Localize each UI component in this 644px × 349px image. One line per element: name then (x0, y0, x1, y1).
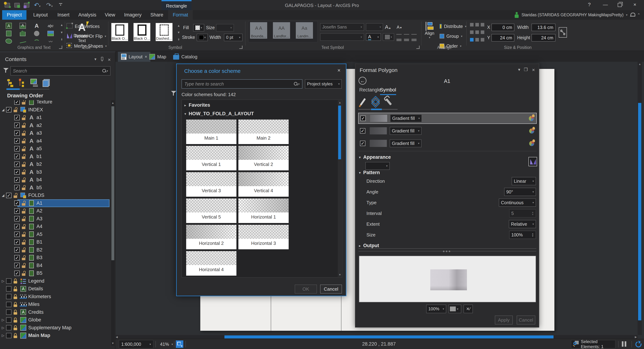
visibility-checkbox[interactable]: ✓ (14, 185, 20, 190)
lock-icon[interactable] (13, 293, 18, 300)
tree-row-a1[interactable]: ✓ A a1 (0, 114, 110, 121)
font-size-dropdown[interactable]: ▾ (366, 23, 383, 31)
tab-map[interactable]: Map (146, 52, 170, 62)
lock-icon[interactable] (21, 224, 26, 230)
tree-row-b5[interactable]: ✓ A b5 (0, 184, 110, 191)
A-graphic-icon[interactable]: A (30, 22, 43, 29)
tree-row-b3[interactable]: ✓ B3 (0, 254, 110, 261)
rotate-or-flip-button[interactable]: Rotate Or Flip▾ (66, 32, 108, 40)
ribbon-tab-layout[interactable]: Layout (28, 10, 52, 20)
tree-row-folds[interactable]: ◢ ✓ FOLDS (0, 191, 110, 199)
expand-icon[interactable]: ◢ (0, 193, 6, 197)
tree-row-b1[interactable]: ✓ A b1 (0, 153, 110, 160)
visibility-checkbox[interactable] (6, 309, 12, 315)
group-button[interactable]: Group▾ (440, 32, 466, 40)
view-element-type-button[interactable] (18, 79, 28, 88)
symbol-gallery-item[interactable]: Dashed... (156, 23, 172, 41)
preview-background-dropdown[interactable]: ▾ (448, 305, 461, 313)
tree-row-a3[interactable]: ✓ A3 (0, 215, 110, 223)
width-input[interactable]: 13.6 cm (532, 24, 556, 31)
layout-vertical-scrollbar[interactable]: ▲ (638, 62, 642, 335)
tree-row-a1[interactable]: ✓ A1 (0, 199, 110, 207)
layout-vertical-scrollbar-thumb[interactable] (638, 103, 641, 320)
visibility-checkbox[interactable]: ✓ (14, 177, 20, 183)
visibility-checkbox[interactable]: ✓ (14, 162, 20, 167)
selected-elements-badge[interactable]: Selected Elements: 1 (571, 340, 616, 348)
tree-row-b1[interactable]: ✓ B1 (0, 238, 110, 246)
preview-zoom-dropdown[interactable]: 100%▾ (426, 305, 446, 313)
visibility-checkbox[interactable]: ✓ (14, 154, 20, 159)
text-symbol-dialog-launcher-icon[interactable] (416, 46, 420, 49)
ribbon-tab-analysis[interactable]: Analysis (74, 10, 101, 20)
tree-row-a3[interactable]: ✓ A a3 (0, 129, 110, 137)
lock-icon[interactable] (13, 309, 18, 315)
tree-row-a5[interactable]: ✓ A5 (0, 230, 110, 238)
tree-row-b2[interactable]: ✓ A b2 (0, 160, 110, 168)
scheme-list-scrollbar-thumb[interactable] (338, 106, 341, 159)
align-button[interactable]: Align▾ (423, 22, 436, 39)
lock-icon[interactable] (21, 200, 26, 206)
dialog-close-icon[interactable]: × (337, 67, 340, 73)
tree-row-a2[interactable]: ✓ A a2 (0, 122, 110, 129)
text-style-dropdown[interactable]: ▾ (320, 33, 364, 41)
color-lock-icon[interactable] (528, 115, 534, 122)
tree-row-a2[interactable]: ✓ A2 (0, 207, 110, 215)
lock-icon[interactable] (21, 255, 26, 261)
tree-row-b2[interactable]: ✓ B2 (0, 246, 110, 254)
lock-icon[interactable] (21, 146, 26, 152)
layout-horizontal-scrollbar-thumb[interactable] (224, 335, 554, 338)
lock-icon[interactable] (21, 208, 26, 214)
preview-overlay-toggle[interactable]: ✕⁄ (464, 305, 473, 313)
tree-row-miles[interactable]: Miles (0, 300, 110, 308)
pause-drawing-button[interactable] (622, 341, 628, 347)
align-center-icon[interactable] (404, 34, 409, 39)
expand-icon[interactable]: ◢ (0, 108, 6, 112)
layer-checkbox[interactable]: ✓ (360, 141, 365, 146)
tree-row-a5[interactable]: ✓ A a5 (0, 145, 110, 153)
visibility-checkbox[interactable]: ✓ (14, 255, 20, 260)
appearance-section-header[interactable]: ▾Appearance (359, 154, 391, 160)
ribbon-tab-imagery[interactable]: Imagery (120, 10, 146, 20)
minimize-button[interactable]: — (600, 2, 611, 8)
redo-button[interactable]: ↷▾ (46, 2, 53, 8)
new-project-icon[interactable] (4, 2, 11, 8)
visibility-checkbox[interactable]: ✓ (14, 200, 20, 206)
layer-type-dropdown[interactable]: Gradient fill▾ (390, 127, 422, 135)
scheme-horizontal-4[interactable]: Horizontal 4 (186, 251, 236, 276)
color-lock-icon[interactable] (529, 140, 535, 147)
pattern-section-header[interactable]: ▾Pattern (359, 170, 380, 175)
pattern-row-control[interactable]: 100%▲▼ (509, 231, 536, 239)
view-page-gallery-button[interactable] (42, 79, 52, 88)
lock-icon[interactable] (13, 332, 18, 339)
tree-row-index[interactable]: ◢ ✓ INDEX (0, 106, 110, 114)
lock-icon[interactable] (21, 169, 26, 175)
tab-rectangle[interactable]: Rectangle (359, 87, 381, 94)
lock-icon[interactable] (21, 115, 26, 121)
layer-checkbox[interactable]: ✓ (360, 128, 365, 134)
symbol-gallery-down-icon[interactable]: ▼ (176, 31, 181, 34)
appearance-scheme-dropdown[interactable]: ▾ (365, 162, 390, 170)
poly-graphic-icon[interactable] (16, 30, 29, 37)
visibility-checkbox[interactable] (6, 294, 12, 299)
text-symbol-gallery-item[interactable]: AaLandm... (296, 22, 313, 39)
lock-icon[interactable] (21, 239, 26, 245)
group-favorites[interactable]: ▸Favorites (184, 102, 210, 108)
lock-icon[interactable] (13, 301, 18, 307)
distribute-button[interactable]: Distribute▾ (440, 22, 466, 31)
lock-icon[interactable] (21, 130, 26, 136)
anchor-cell[interactable] (475, 31, 479, 34)
squig-graphic-icon[interactable]: 〰 (44, 38, 57, 45)
help-button[interactable]: ? (584, 2, 595, 8)
symbol-gallery-expand-icon[interactable]: ⇟ (176, 38, 181, 41)
circle-graphic-icon[interactable] (30, 30, 43, 37)
text-symbol-gallery-item[interactable]: AALandfor... (273, 22, 290, 39)
pattern-row-control[interactable]: Continuous▾ (499, 198, 536, 207)
line-graphic-icon[interactable] (16, 38, 29, 45)
tree-row-b4[interactable]: ✓ A b4 (0, 176, 110, 184)
scheme-main-1[interactable]: Main 1 (186, 120, 236, 144)
dialog-search-input[interactable]: Type here to search ▾ (182, 79, 302, 89)
scheme-vertical-1[interactable]: Vertical 1 (186, 146, 236, 170)
visibility-checkbox[interactable] (6, 317, 12, 323)
stroke-width-dropdown[interactable]: 0 pt▾ (224, 34, 242, 41)
tree-row-texture[interactable]: ✓ Texture (0, 100, 110, 106)
